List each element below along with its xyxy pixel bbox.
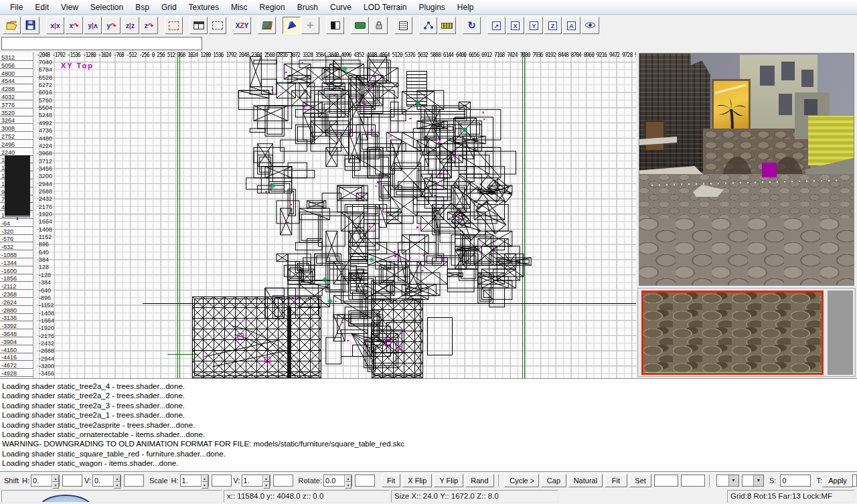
texture-window[interactable]: [637, 288, 856, 377]
save-button[interactable]: [21, 17, 40, 34]
scale-h-value[interactable]: [181, 475, 201, 486]
xy-top-view[interactable]: -2048 -1792 -1536 -1280 -1024 -768 -512 …: [37, 52, 636, 378]
split-window-button[interactable]: [189, 17, 208, 34]
texture-view-button[interactable]: [258, 17, 276, 34]
menu-help[interactable]: Help: [451, 1, 480, 13]
menu-region[interactable]: Region: [254, 1, 291, 13]
rotate-value[interactable]: [324, 475, 344, 486]
clipper-button[interactable]: ✛: [301, 17, 319, 34]
axis-x-button[interactable]: X: [506, 17, 524, 34]
fit-patch-button[interactable]: Fit: [605, 474, 627, 487]
open-button[interactable]: [3, 17, 21, 34]
flip-y-button[interactable]: y|ʌ: [84, 17, 102, 34]
window-hole: [781, 62, 795, 80]
menu-selection[interactable]: Selection: [84, 1, 129, 13]
width-select[interactable]: ▼: [716, 475, 739, 487]
set-button[interactable]: Set: [629, 474, 652, 487]
selection-box-button[interactable]: [208, 17, 226, 34]
menu-file[interactable]: File: [4, 1, 29, 13]
rand-button[interactable]: Rand: [465, 474, 493, 487]
scale-h-step-input[interactable]: [212, 475, 232, 487]
shift-h-step-input[interactable]: [62, 475, 82, 487]
axis-z-button[interactable]: Z: [544, 17, 562, 34]
menu-view[interactable]: View: [55, 1, 84, 13]
rotate-spinner[interactable]: ▲▼: [323, 475, 352, 487]
rotate-x-button[interactable]: x↷: [65, 17, 83, 34]
z-ruler-tick: [0, 353, 33, 353]
rotate-step-input[interactable]: [355, 475, 375, 487]
spinner-arrows[interactable]: ▲▼: [113, 475, 121, 486]
scale-v-step-input[interactable]: [273, 475, 293, 487]
texture-window-background: [828, 290, 853, 375]
rotate-z-button[interactable]: z↷: [140, 17, 158, 34]
measure-button[interactable]: [438, 17, 456, 34]
camera-3d-view[interactable]: [639, 54, 854, 285]
camera-button[interactable]: [283, 17, 301, 34]
menu-textures[interactable]: Textures: [183, 1, 225, 13]
shift-h-spinner[interactable]: ▲▼: [31, 475, 60, 487]
shift-h-value[interactable]: [31, 475, 52, 486]
scale-h-spinner[interactable]: ▲▼: [180, 475, 209, 487]
s-input[interactable]: [780, 475, 811, 487]
shift-v-step-input[interactable]: [124, 475, 144, 487]
console-line: Loading shader static_tree2asprite - tre…: [2, 420, 857, 430]
menu-plugins[interactable]: Plugins: [412, 1, 451, 13]
rotate-y-button[interactable]: y↷: [102, 17, 121, 34]
scale-v-value[interactable]: [242, 475, 262, 486]
natural-button[interactable]: Natural: [568, 474, 603, 487]
xy-ruler-label: -2432: [39, 340, 54, 347]
region-selection-button[interactable]: [165, 17, 183, 34]
shift-v-value[interactable]: [93, 475, 113, 486]
vertex-button[interactable]: [419, 17, 437, 34]
map-wireframe-canvas[interactable]: [37, 52, 636, 378]
menu-bsp[interactable]: Bsp: [129, 1, 155, 13]
x-flip-button[interactable]: X Flip: [402, 474, 432, 487]
change-views-icon: Y: [244, 22, 249, 29]
height-select[interactable]: ▼: [742, 475, 765, 487]
lock-button[interactable]: [370, 17, 388, 34]
console-log[interactable]: Loading shader static_tree2a_4 - trees.s…: [0, 378, 857, 472]
set-width-input[interactable]: [654, 475, 678, 487]
menu-brush[interactable]: Brush: [291, 1, 324, 13]
apply-button[interactable]: Apply: [822, 474, 853, 487]
menu-lod-terrain[interactable]: LOD Terrain: [358, 1, 412, 13]
spinner-arrows[interactable]: ▲▼: [262, 475, 270, 486]
xy-ruler-label: 5760: [39, 97, 52, 104]
y-flip-button[interactable]: Y Flip: [434, 474, 463, 487]
console-button[interactable]: [394, 17, 412, 34]
popup-menu-button[interactable]: ↗: [487, 17, 505, 34]
texture-lock-button[interactable]: [326, 17, 344, 34]
cap-surface-button[interactable]: Cap: [541, 474, 566, 487]
divider: [498, 475, 499, 487]
z-ruler-tick: [0, 68, 33, 69]
flip-z-button[interactable]: z|z: [121, 17, 139, 34]
cap-button[interactable]: [351, 17, 369, 34]
menu-edit[interactable]: Edit: [29, 1, 55, 13]
flip-x-button[interactable]: x|x: [46, 17, 64, 34]
shift-v-spinner[interactable]: ▲▼: [92, 475, 121, 487]
xy-ruler-label: 3200: [39, 173, 52, 179]
z-camera-tick: [17, 218, 18, 220]
free-rotate-button[interactable]: ↻: [463, 17, 481, 34]
spinner-arrows[interactable]: ▲▼: [344, 475, 352, 486]
selected-texture-preview[interactable]: [641, 290, 824, 375]
scale-v-spinner[interactable]: ▲▼: [242, 475, 270, 487]
cycle-button[interactable]: Cycle >: [504, 474, 539, 487]
chevron-down-icon[interactable]: ▼: [753, 475, 763, 486]
menu-curve[interactable]: Curve: [324, 1, 358, 13]
fit-button[interactable]: Fit: [382, 474, 400, 487]
axis-y-button[interactable]: Y: [525, 17, 543, 34]
set-height-input[interactable]: [681, 475, 705, 487]
console-line: Loading shader static_wagon - items.shad…: [2, 458, 857, 468]
spinner-arrows[interactable]: ▲▼: [52, 475, 59, 486]
change-views-button[interactable]: XZY: [233, 17, 251, 34]
xy-ruler-label: 896: [39, 241, 49, 248]
menu-misc[interactable]: Misc: [225, 1, 254, 13]
spinner-arrows[interactable]: ▲▼: [201, 475, 208, 486]
show-button[interactable]: [581, 17, 599, 34]
z-axis-window[interactable]: -5184-4928-4672-4416-4160-3904-3648-3392…: [0, 52, 33, 378]
chevron-down-icon[interactable]: ▼: [728, 475, 738, 486]
texture-filter-input[interactable]: [1, 37, 202, 50]
menu-grid[interactable]: Grid: [155, 1, 183, 13]
autocaulk-button[interactable]: A: [562, 17, 580, 34]
